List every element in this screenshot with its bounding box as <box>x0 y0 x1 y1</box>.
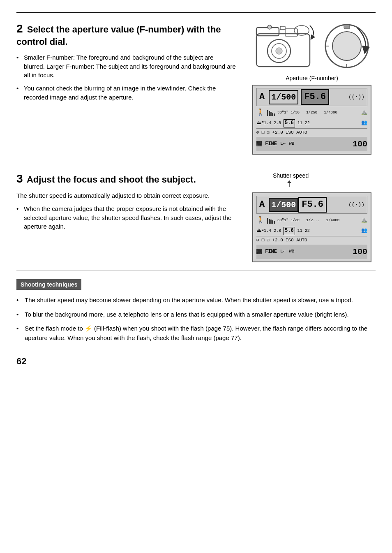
control-dial-icon <box>322 21 371 71</box>
scale-bar <box>267 110 268 116</box>
lcd2-battery-icon: ▓▓ <box>256 248 262 255</box>
step2-bullet-1: Smaller F-number: The foreground and bac… <box>16 53 236 80</box>
lcd-row3: ⛰ F1.4 2.8 5.6 11 22 👥 <box>256 118 367 128</box>
lcd2-person-icon: 🚶 <box>256 216 265 225</box>
svg-rect-5 <box>285 29 297 36</box>
fstop-f5: 22 <box>305 120 310 127</box>
lcd-ev: ☑ +2.0 <box>267 130 283 136</box>
lcd-aperture-value: F5.6 <box>301 89 329 105</box>
fstop2-f1: F1.4 <box>261 228 271 234</box>
shooting-techniques-section: Shooting techniques The shutter speed ma… <box>16 279 376 342</box>
shutter-arrow-svg <box>273 180 306 188</box>
scale-bar <box>270 112 272 116</box>
scale-bar2 <box>274 221 275 224</box>
lcd-battery-icon: ▓▓ <box>256 141 262 147</box>
lcd-aperture-display: A 1/500 F5.6 ((·)) 🚶 30"1" 1/30 1/250 1/… <box>252 85 371 154</box>
lcd2-row2: 🚶 30"1" 1/30 1/2... 1/4000 ⛰️ <box>256 215 367 226</box>
lcd-row2: 🚶 30"1" 1/30 1/250 1/4000 ⛰️ <box>256 107 367 118</box>
lcd2-wb: WB <box>289 248 294 255</box>
lcd-iso: ISO AUTO <box>286 130 307 136</box>
step2-heading: 2 Select the aperture value (F-number) w… <box>16 21 236 48</box>
lcd-shutter-value: 1/500 <box>269 90 298 104</box>
step3-bullet-1: When the camera judges that the proper e… <box>16 204 236 231</box>
step2-bullets: Smaller F-number: The foreground and bac… <box>16 53 236 102</box>
scale-bar <box>272 113 273 116</box>
lcd2-scale: 30"1" 1/30 1/2... 1/4000 <box>266 218 361 224</box>
step3-heading: 3 Adjust the focus and shoot the subject… <box>16 171 236 186</box>
lcd2-ev: ☑ +2.0 <box>267 237 283 244</box>
lcd-mountain-sm-icon: ⛰ <box>256 120 261 127</box>
lcd2-row3: ⛰ F1.4 2.8 5.6 11 22 👥 <box>256 226 367 236</box>
technique-3: Set the flash mode to ⚡ (Fill-flash) whe… <box>16 324 376 342</box>
fstop-f1: F1.4 <box>261 120 271 127</box>
section-aperture-right: Aperture (F-number) A 1/500 F5.6 ((·)) 🚶 <box>248 21 376 155</box>
fstop2-f2: 2.8 <box>274 228 281 234</box>
technique-2: To blur the background more, use a telep… <box>16 310 376 319</box>
scale-bar <box>269 111 270 116</box>
fstop-f4: 11 <box>297 120 302 127</box>
aperture-label: Aperture (F-number) <box>286 74 338 82</box>
step3-para: The shutter speed is automatically adjus… <box>16 191 236 200</box>
lcd-portrait-icon: 👥 <box>361 120 367 127</box>
fstop-f2: 2.8 <box>274 120 281 127</box>
scale-bar2 <box>272 220 273 224</box>
lcd-count: 100 <box>353 138 367 150</box>
scale-bar <box>274 113 275 116</box>
technique-1: The shutter speed may become slower depe… <box>16 296 376 305</box>
mid-rule <box>16 163 376 163</box>
lcd2-row4: ⊙ □ ☑ +2.0 ISO AUTO <box>256 236 367 245</box>
lcd2-row1: A 1/500 F5.6 ((·)) <box>256 196 367 214</box>
lcd-right-icon: ((·)) <box>348 93 364 101</box>
svg-rect-15 <box>344 25 350 29</box>
camera-diagram <box>252 21 371 71</box>
lcd2-row5: ▓▓ FINE L⌐ WB 100 <box>256 245 367 259</box>
lcd-mode-a: A <box>259 90 265 104</box>
fstop2-f4: 11 <box>297 228 302 234</box>
svg-point-10 <box>332 32 361 60</box>
step3-number: 3 <box>16 172 23 185</box>
section-focus-left: 3 Adjust the focus and shoot the subject… <box>16 171 236 262</box>
step3-title: Adjust the focus and shoot the subject. <box>27 174 196 185</box>
lcd-rect: □ <box>262 130 265 136</box>
fstop-f3: 5.6 <box>284 119 295 127</box>
lcd-scale-numbers: 30"1" 1/30 1/250 1/4000 <box>277 110 337 116</box>
step2-title: Select the aperture value (F-number) wit… <box>16 24 221 47</box>
lcd-wb: WB <box>289 141 294 147</box>
lcd2-mode-a: A <box>259 198 265 211</box>
svg-point-4 <box>276 48 282 54</box>
lcd2-iso: ISO AUTO <box>286 237 307 244</box>
lcd2-drive-icon: ⊙ <box>256 237 259 244</box>
lcd-fstops: F1.4 2.8 5.6 11 22 <box>261 119 310 127</box>
scale-bar2 <box>269 219 270 224</box>
lcd2-fstops: F1.4 2.8 5.6 11 22 <box>261 227 310 235</box>
bottom-rule <box>16 271 376 271</box>
lcd2-aperture-value: F5.6 <box>298 197 327 213</box>
top-rule <box>16 12 376 13</box>
lcd-scene-icon: ⛰️ <box>361 109 367 117</box>
step2-bullet-2: You cannot check the blurring of an imag… <box>16 84 236 102</box>
lcd2-scale-numbers: 30"1" 1/30 1/2... 1/4000 <box>277 218 339 223</box>
svg-point-8 <box>267 25 272 29</box>
svg-rect-1 <box>256 28 279 36</box>
lcd-row4: ⊙ □ ☑ +2.0 ISO AUTO <box>256 128 367 137</box>
lcd-shutter-display: A 1/500 F5.6 ((·)) 🚶 30"1" 1/30 1/2... 1… <box>252 192 371 262</box>
lcd2-shutter-value: 1/500 <box>269 198 298 212</box>
camera-body-icon <box>252 21 318 71</box>
lcd-row5: ▓▓ FINE L⌐ WB 100 <box>256 137 367 151</box>
techniques-list: The shutter speed may become slower depe… <box>16 296 376 342</box>
svg-marker-17 <box>287 180 291 183</box>
lcd-scale-bars <box>267 110 275 116</box>
fstop2-f3: 5.6 <box>284 227 295 235</box>
lcd2-portrait-icon: 👥 <box>361 227 367 234</box>
lcd-quality: FINE <box>265 141 277 148</box>
lcd2-size-icon: L⌐ <box>280 248 286 255</box>
section-aperture-left: 2 Select the aperture value (F-number) w… <box>16 21 236 155</box>
page-number: 62 <box>16 355 376 368</box>
lcd2-scale-bars <box>267 218 275 224</box>
lcd-drive-icon: ⊙ <box>256 130 259 136</box>
lcd2-scene-icon: ⛰️ <box>361 217 367 224</box>
scale-bar2 <box>270 220 272 224</box>
shooting-techniques-badge: Shooting techniques <box>16 279 81 290</box>
lcd-scale: 30"1" 1/30 1/250 1/4000 <box>266 110 361 116</box>
svg-rect-7 <box>280 26 285 30</box>
